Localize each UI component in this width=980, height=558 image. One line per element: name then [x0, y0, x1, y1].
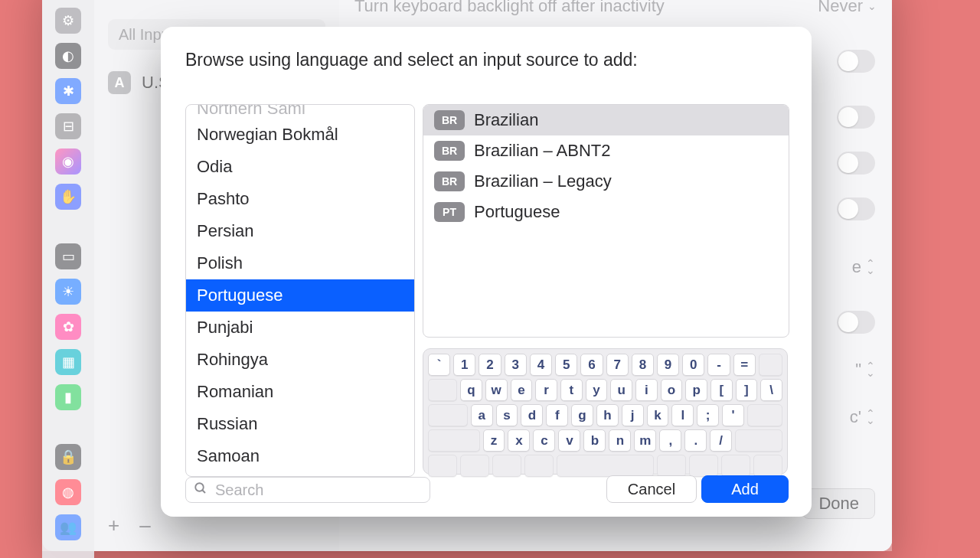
keyboard-key: y	[586, 379, 608, 401]
language-item[interactable]: Northern Sami	[186, 105, 414, 119]
locale-badge: BR	[434, 141, 465, 161]
keyboard-key: j	[622, 404, 644, 426]
keyboard-key: 7	[606, 354, 629, 376]
input-source-item[interactable]: BRBrazilian	[423, 105, 789, 135]
keyboard-key: d	[521, 404, 543, 426]
keyboard-key: 1	[453, 354, 475, 376]
keyboard-key: l	[671, 404, 694, 426]
input-source-item[interactable]: BRBrazilian – Legacy	[423, 166, 789, 197]
language-item[interactable]: Punjabi	[186, 312, 414, 344]
keyboard-key: s	[496, 404, 518, 426]
keyboard-key: e	[511, 379, 533, 401]
keyboard-key: q	[460, 379, 482, 401]
svg-point-0	[195, 483, 204, 491]
keyboard-key: \	[760, 379, 782, 401]
keyboard-key: i	[635, 379, 658, 401]
keyboard-key: 3	[505, 354, 527, 376]
keyboard-key: r	[535, 379, 557, 401]
keyboard-key: 4	[530, 354, 552, 376]
keyboard-key: k	[647, 404, 669, 426]
language-item[interactable]: Odia	[186, 151, 414, 183]
language-item[interactable]: Pashto	[186, 183, 414, 215]
locale-badge: BR	[434, 110, 465, 130]
keyboard-key: h	[596, 404, 619, 426]
keyboard-preview: `1234567890-=qwertyuiop[]\asdfghjkl;'zxc…	[423, 348, 788, 475]
search-input[interactable]	[214, 481, 422, 500]
input-source-item[interactable]: BRBrazilian – ABNT2	[423, 135, 789, 166]
keyboard-key: v	[558, 429, 580, 452]
language-item[interactable]: Russian	[186, 408, 414, 440]
keyboard-key: 0	[682, 354, 704, 376]
input-source-label: Brazilian – ABNT2	[474, 141, 611, 161]
input-source-item[interactable]: PTPortuguese	[423, 197, 789, 227]
keyboard-key: `	[428, 354, 450, 376]
input-source-list[interactable]: BRBrazilianBRBrazilian – ABNT2BRBrazilia…	[423, 104, 789, 338]
language-item[interactable]: Polish	[186, 247, 414, 279]
keyboard-key: ]	[736, 379, 758, 401]
keyboard-key: 5	[555, 354, 577, 376]
svg-line-1	[202, 490, 205, 493]
language-item[interactable]: Portuguese	[186, 279, 414, 312]
language-item[interactable]: Rohingya	[186, 344, 414, 376]
keyboard-key: c	[533, 429, 555, 452]
keyboard-key: u	[610, 379, 632, 401]
input-source-label: Portuguese	[474, 202, 560, 222]
keyboard-key: o	[661, 379, 683, 401]
keyboard-key: -	[707, 354, 730, 376]
add-button[interactable]: Add	[701, 475, 789, 503]
keyboard-key: '	[722, 404, 744, 426]
keyboard-key: w	[485, 379, 508, 401]
language-item[interactable]: Romanian	[186, 376, 414, 408]
keyboard-key: m	[634, 429, 656, 452]
language-list[interactable]: Northern SamiNorwegian BokmålOdiaPashtoP…	[185, 104, 415, 477]
keyboard-key: z	[483, 429, 505, 452]
keyboard-key: n	[609, 429, 631, 452]
keyboard-key: ,	[659, 429, 681, 452]
keyboard-key: .	[684, 429, 707, 452]
language-item[interactable]: Norwegian Bokmål	[186, 119, 414, 151]
keyboard-key: f	[546, 404, 568, 426]
input-source-label: Brazilian	[474, 110, 538, 130]
language-search[interactable]	[185, 477, 430, 503]
language-item[interactable]: Samoan	[186, 440, 414, 472]
language-item[interactable]: Persian	[186, 215, 414, 247]
keyboard-key: a	[471, 404, 493, 426]
keyboard-key: 8	[632, 354, 654, 376]
input-source-label: Brazilian – Legacy	[474, 171, 612, 191]
keyboard-key: b	[583, 429, 606, 452]
add-input-source-sheet: Browse using language and select an inpu…	[161, 27, 812, 517]
keyboard-key: 2	[479, 354, 501, 376]
keyboard-key: 9	[657, 354, 679, 376]
keyboard-key: g	[571, 404, 593, 426]
keyboard-key: /	[710, 429, 732, 452]
keyboard-key: p	[685, 379, 707, 401]
keyboard-key: 6	[580, 354, 603, 376]
keyboard-key: x	[508, 429, 530, 452]
keyboard-key: t	[560, 379, 583, 401]
cancel-button[interactable]: Cancel	[606, 475, 697, 503]
sheet-title: Browse using language and select an inpu…	[185, 50, 638, 70]
locale-badge: BR	[434, 171, 465, 191]
keyboard-key: ;	[697, 404, 719, 426]
search-icon	[194, 481, 207, 499]
keyboard-key: [	[710, 379, 733, 401]
locale-badge: PT	[434, 202, 465, 222]
keyboard-key: =	[733, 354, 756, 376]
